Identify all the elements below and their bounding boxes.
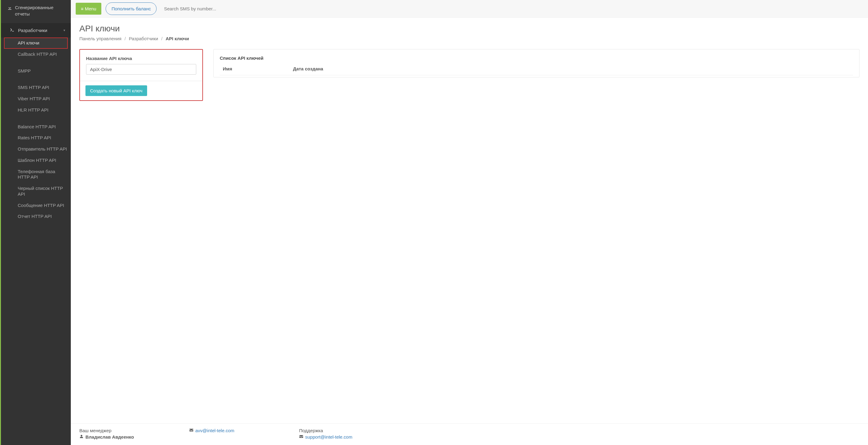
- chevron-down-icon: ▾: [63, 28, 65, 32]
- download-icon: [8, 5, 12, 11]
- sidebar-subitem-hlr-http[interactable]: HLR HTTP API: [1, 105, 71, 116]
- page-title: API ключи: [79, 24, 860, 34]
- footer-manager: Ваш менеджер Владислав Авдеенко: [79, 428, 165, 441]
- panels: Название API ключа Создать новый API клю…: [79, 49, 860, 101]
- sidebar-item-label: Сгенерированные отчеты: [15, 4, 66, 17]
- breadcrumb-dashboard[interactable]: Панель управления: [79, 36, 121, 41]
- sidebar-subitem-callback[interactable]: Callback HTTP API: [1, 49, 71, 60]
- manager-email-link[interactable]: avv@intel-tele.com: [195, 428, 235, 433]
- create-api-key-button[interactable]: Создать новый API ключ: [86, 85, 147, 96]
- footer-manager-email-col: avv@intel-tele.com: [189, 428, 275, 441]
- sidebar-subitem-api-keys[interactable]: API ключи: [4, 37, 68, 49]
- sidebar-subitem-sender-http[interactable]: Отправитель HTTP API: [1, 143, 71, 155]
- breadcrumb: Панель управления / Разработчики / API к…: [79, 36, 860, 41]
- breadcrumb-developers[interactable]: Разработчики: [129, 36, 158, 41]
- create-api-key-panel: Название API ключа Создать новый API клю…: [79, 49, 203, 101]
- sidebar-subitem-rates-http[interactable]: Rates HTTP API: [1, 132, 71, 143]
- api-key-name-input[interactable]: [86, 64, 196, 75]
- list-panel-title: Список API ключей: [220, 56, 853, 61]
- hamburger-icon: ≡: [81, 6, 85, 11]
- support-email-link[interactable]: support@intel-tele.com: [305, 434, 352, 440]
- api-key-name-label: Название API ключа: [86, 56, 196, 61]
- sidebar-subitem-smpp[interactable]: SMPP: [1, 66, 71, 77]
- sidebar-section-label: Разработчики: [18, 28, 47, 33]
- envelope-icon: [299, 434, 303, 440]
- balance-button[interactable]: Пополнить баланс: [105, 2, 157, 15]
- terminal-icon: [10, 28, 14, 33]
- content: API ключи Панель управления / Разработчи…: [71, 18, 868, 423]
- main: ≡ Menu Пополнить баланс API ключи Панель…: [71, 0, 868, 445]
- sidebar-subitem-sms-http[interactable]: SMS HTTP API: [1, 82, 71, 93]
- manager-name: Владислав Авдеенко: [86, 434, 134, 440]
- sidebar-subitem-viber-http[interactable]: Viber HTTP API: [1, 93, 71, 105]
- sidebar-item-reports[interactable]: Сгенерированные отчеты: [1, 0, 71, 23]
- sidebar-subitem-template-http[interactable]: Шаблон HTTP API: [1, 155, 71, 166]
- sidebar-subitem-blacklist-http[interactable]: Черный список HTTP API: [1, 183, 71, 200]
- footer: Ваш менеджер Владислав Авдеенко avv@inte…: [71, 423, 868, 445]
- sidebar: Сгенерированные отчеты Разработчики ▾ AP…: [0, 0, 71, 445]
- sidebar-subitem-phonebase-http[interactable]: Телефонная база HTTP API: [1, 166, 71, 183]
- sidebar-subitem-balance-http[interactable]: Balance HTTP API: [1, 121, 71, 133]
- menu-button[interactable]: ≡ Menu: [76, 3, 101, 14]
- breadcrumb-current: API ключи: [166, 36, 189, 41]
- manager-label: Ваш менеджер: [79, 428, 165, 433]
- envelope-icon: [189, 428, 193, 433]
- table-header: Имя Дата создана: [220, 61, 853, 75]
- footer-support: Поддержка support@intel-tele.com: [299, 428, 384, 441]
- api-keys-list-panel: Список API ключей Имя Дата создана: [213, 49, 860, 77]
- user-icon: [79, 434, 84, 440]
- topbar: ≡ Menu Пополнить баланс: [71, 0, 868, 18]
- sidebar-subitem-report-http[interactable]: Отчет HTTP API: [1, 211, 71, 222]
- search-input[interactable]: [161, 3, 237, 14]
- col-name: Имя: [223, 66, 293, 71]
- sidebar-subitem-message-http[interactable]: Сообщение HTTP API: [1, 200, 71, 211]
- sidebar-section-developers[interactable]: Разработчики ▾: [1, 23, 71, 37]
- support-label: Поддержка: [299, 428, 384, 433]
- col-date: Дата создана: [293, 66, 323, 71]
